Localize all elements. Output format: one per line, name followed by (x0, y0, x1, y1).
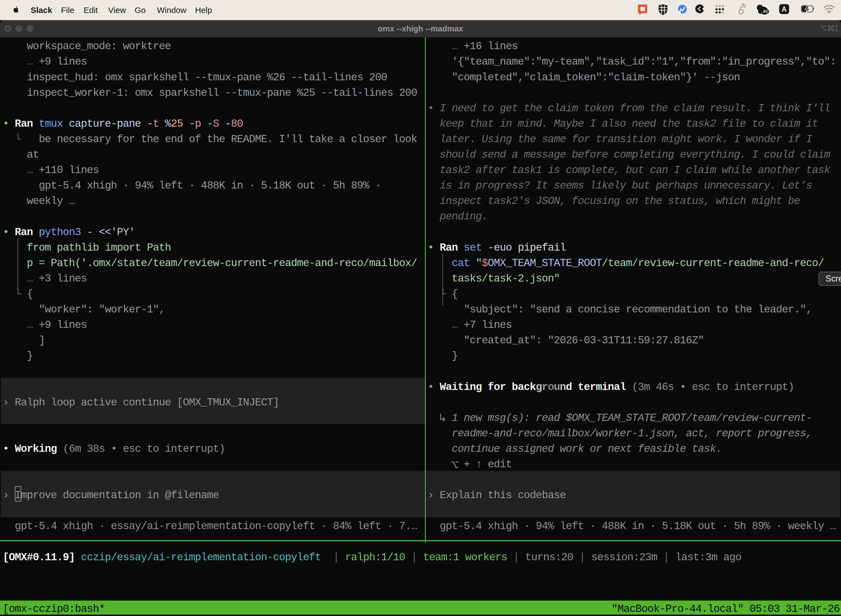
svg-text:..61: ..61 (761, 9, 768, 13)
